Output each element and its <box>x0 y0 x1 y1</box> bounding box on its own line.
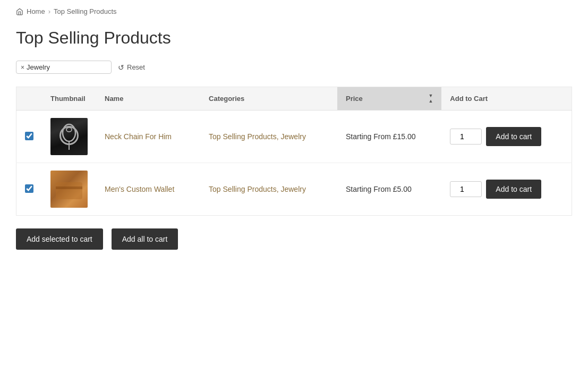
breadcrumb-home[interactable]: Home <box>27 7 45 15</box>
products-body: Neck Chain For HimTop Selling Products, … <box>16 111 572 216</box>
product-image <box>50 171 88 208</box>
thumbnail-cell <box>42 111 96 163</box>
quantity-input-2[interactable] <box>450 181 482 197</box>
product-cart-cell: Add to cart <box>441 111 572 163</box>
table-header: Thumbnail Name Categories Price ▼ ▲ Add … <box>16 87 572 111</box>
product-checkbox-1[interactable] <box>25 132 33 140</box>
sort-asc-icon: ▲ <box>428 99 433 104</box>
col-checkbox <box>16 87 42 111</box>
col-categories: Categories <box>200 87 337 111</box>
reset-label: Reset <box>127 63 145 71</box>
svg-point-2 <box>66 128 72 132</box>
quantity-input-1[interactable] <box>450 129 482 145</box>
col-name: Name <box>96 87 200 111</box>
add-to-cart-button-2[interactable]: Add to cart <box>486 180 541 199</box>
breadcrumb: Home › Top Selling Products <box>0 0 588 23</box>
bottom-actions: Add selected to cart Add all to cart <box>16 228 572 250</box>
product-name-cell: Neck Chain For Him <box>96 111 200 163</box>
product-name-link[interactable]: Men's Custom Wallet <box>105 185 174 193</box>
table-row: Neck Chain For HimTop Selling Products, … <box>16 111 572 163</box>
product-name-link[interactable]: Neck Chain For Him <box>105 132 172 141</box>
product-price: Starting From £15.00 <box>346 132 416 141</box>
product-cart-cell: Add to cart <box>441 163 572 216</box>
product-categories-cell: Top Selling Products, Jewelry <box>200 111 337 163</box>
product-checkbox-2[interactable] <box>25 184 33 193</box>
svg-point-0 <box>63 124 75 141</box>
page-title: Top Selling Products <box>16 28 572 48</box>
filter-input-wrapper[interactable]: × Jewelry <box>16 61 112 74</box>
filter-tag-remove[interactable]: × <box>21 64 24 71</box>
product-price-cell: Starting From £15.00 <box>337 111 441 163</box>
product-categories-link[interactable]: Top Selling Products, Jewelry <box>209 185 306 193</box>
col-price[interactable]: Price ▼ ▲ <box>337 87 441 111</box>
svg-rect-4 <box>56 186 82 189</box>
reset-icon: ↺ <box>118 63 124 72</box>
col-thumbnail: Thumbnail <box>42 87 96 111</box>
sort-desc-icon: ▼ <box>428 94 433 98</box>
product-name-cell: Men's Custom Wallet <box>96 163 200 216</box>
checkbox-cell <box>16 163 42 216</box>
svg-rect-3 <box>56 182 82 199</box>
checkbox-cell <box>16 111 42 163</box>
home-icon <box>16 8 23 15</box>
product-price: Starting From £5.00 <box>346 185 412 193</box>
products-table: Thumbnail Name Categories Price ▼ ▲ Add … <box>16 87 572 216</box>
col-add-to-cart: Add to Cart <box>441 87 572 111</box>
add-all-to-cart-button[interactable]: Add all to cart <box>112 228 178 250</box>
product-price-cell: Starting From £5.00 <box>337 163 441 216</box>
product-image <box>50 118 88 155</box>
filter-tag-label: Jewelry <box>27 63 50 71</box>
filter-tag: × Jewelry <box>21 63 50 71</box>
thumbnail-cell <box>42 163 96 216</box>
reset-button[interactable]: ↺ Reset <box>118 63 145 72</box>
breadcrumb-separator: › <box>48 7 50 15</box>
add-selected-to-cart-button[interactable]: Add selected to cart <box>16 228 103 250</box>
add-to-cart-button-1[interactable]: Add to cart <box>486 127 541 146</box>
sort-arrows: ▼ ▲ <box>428 94 433 104</box>
breadcrumb-current: Top Selling Products <box>54 7 117 15</box>
product-categories-cell: Top Selling Products, Jewelry <box>200 163 337 216</box>
table-row: Men's Custom WalletTop Selling Products,… <box>16 163 572 216</box>
filter-bar: × Jewelry ↺ Reset <box>16 61 572 74</box>
product-categories-link[interactable]: Top Selling Products, Jewelry <box>209 132 306 141</box>
